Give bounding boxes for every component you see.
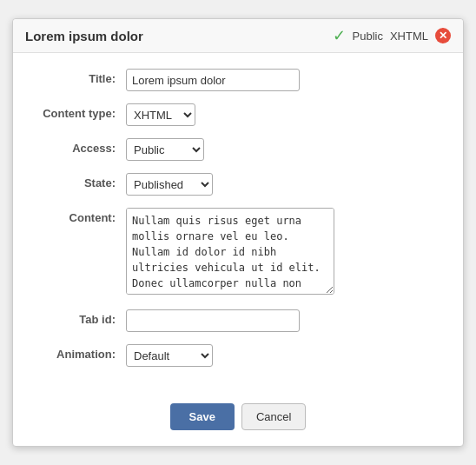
state-label: State:: [30, 173, 126, 189]
dialog-title: Lorem ipsum dolor: [25, 29, 143, 43]
tab-id-label: Tab id:: [30, 309, 126, 326]
cancel-button[interactable]: Cancel: [241, 403, 306, 430]
dialog-body: Title: Content type: XHTML HTML Plain Te…: [13, 53, 463, 395]
access-label: Access:: [30, 138, 126, 155]
access-control: Public Private Registered: [126, 138, 446, 161]
content-type-badge: XHTML: [390, 30, 428, 43]
dialog: Lorem ipsum dolor ✓ Public XHTML ✕ Title…: [12, 18, 464, 447]
content-type-select[interactable]: XHTML HTML Plain Text: [126, 103, 195, 126]
animation-select[interactable]: Default None Fade Slide: [126, 344, 213, 367]
save-button[interactable]: Save: [170, 403, 235, 430]
tab-id-input[interactable]: [126, 309, 300, 332]
content-type-row: Content type: XHTML HTML Plain Text: [30, 103, 446, 126]
content-type-label: Content type:: [30, 103, 126, 120]
title-label: Title:: [30, 69, 126, 85]
state-control: Published Unpublished Draft: [126, 173, 446, 196]
title-input[interactable]: [126, 69, 300, 91]
content-control: Nullam quis risus eget urna mollis ornar…: [126, 208, 446, 297]
header-right: ✓ Public XHTML ✕: [333, 28, 451, 43]
access-row: Access: Public Private Registered: [30, 138, 446, 161]
content-label: Content:: [30, 208, 126, 224]
state-row: State: Published Unpublished Draft: [30, 173, 446, 196]
animation-control: Default None Fade Slide: [126, 344, 446, 367]
tab-id-row: Tab id:: [30, 309, 446, 332]
animation-row: Animation: Default None Fade Slide: [30, 344, 446, 367]
tab-id-control: [126, 309, 446, 332]
title-control: [126, 69, 446, 91]
content-textarea[interactable]: Nullam quis risus eget urna mollis ornar…: [126, 208, 334, 295]
access-select[interactable]: Public Private Registered: [126, 138, 204, 161]
status-check-icon: ✓: [333, 28, 346, 43]
dialog-footer: Save Cancel: [13, 395, 463, 446]
state-select[interactable]: Published Unpublished Draft: [126, 173, 213, 196]
content-row: Content: Nullam quis risus eget urna mol…: [30, 208, 446, 297]
content-type-control: XHTML HTML Plain Text: [126, 103, 446, 126]
dialog-header: Lorem ipsum dolor ✓ Public XHTML ✕: [13, 19, 463, 53]
close-icon: ✕: [439, 30, 447, 41]
close-button[interactable]: ✕: [435, 28, 451, 43]
status-label: Public: [353, 30, 383, 43]
title-row: Title:: [30, 69, 446, 91]
animation-label: Animation:: [30, 344, 126, 361]
